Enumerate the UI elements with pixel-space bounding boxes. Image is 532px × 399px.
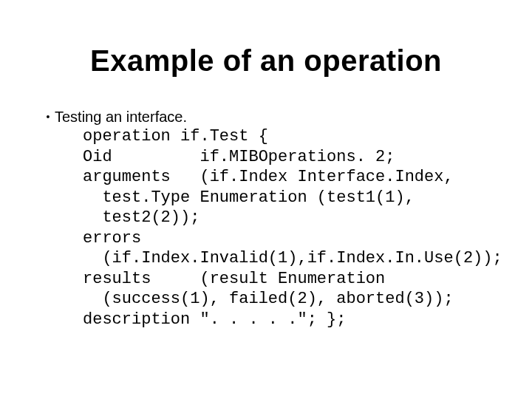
bullet-dot-icon: •: [41, 107, 55, 126]
slide-title: Example of an operation: [37, 44, 495, 78]
bullet-item: • Testing an interface.: [41, 107, 495, 126]
code-block: operation if.Test { Oid if.MIBOperations…: [83, 126, 495, 330]
slide: Example of an operation • Testing an int…: [0, 0, 532, 399]
slide-body: • Testing an interface. operation if.Tes…: [37, 107, 495, 330]
bullet-text: Testing an interface.: [55, 107, 187, 126]
